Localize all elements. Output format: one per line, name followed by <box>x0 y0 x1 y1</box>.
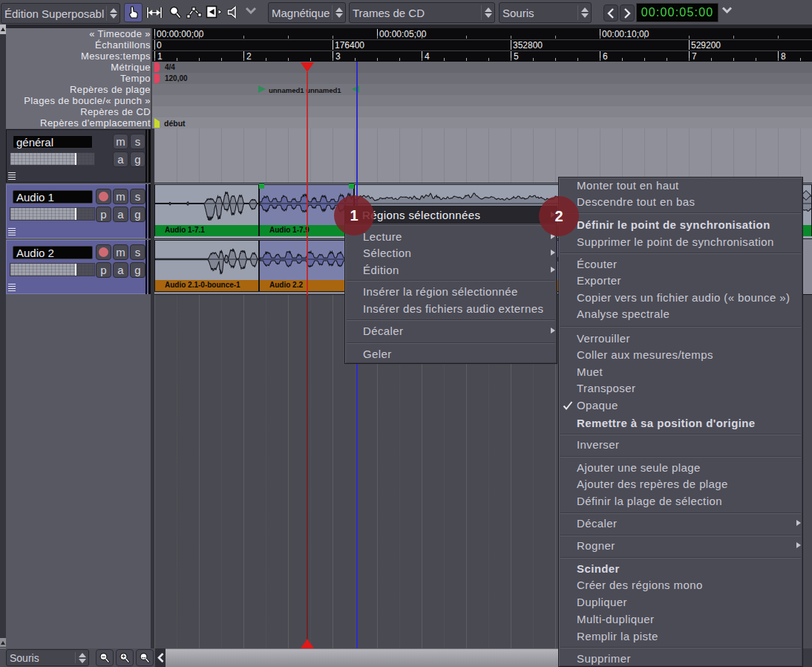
svg-text:↔: ↔ <box>140 652 147 660</box>
svg-text:+: + <box>122 652 125 660</box>
svg-text:−: − <box>102 652 105 660</box>
